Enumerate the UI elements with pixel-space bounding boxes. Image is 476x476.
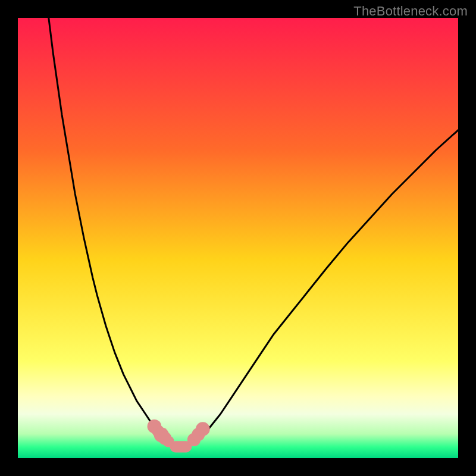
chart-svg: [18, 18, 458, 458]
chart-frame: TheBottleneck.com: [0, 0, 476, 476]
marker-dot: [162, 436, 174, 447]
watermark-text: TheBottleneck.com: [353, 4, 468, 19]
marker-dot: [196, 422, 210, 436]
plot-area: [18, 18, 458, 458]
